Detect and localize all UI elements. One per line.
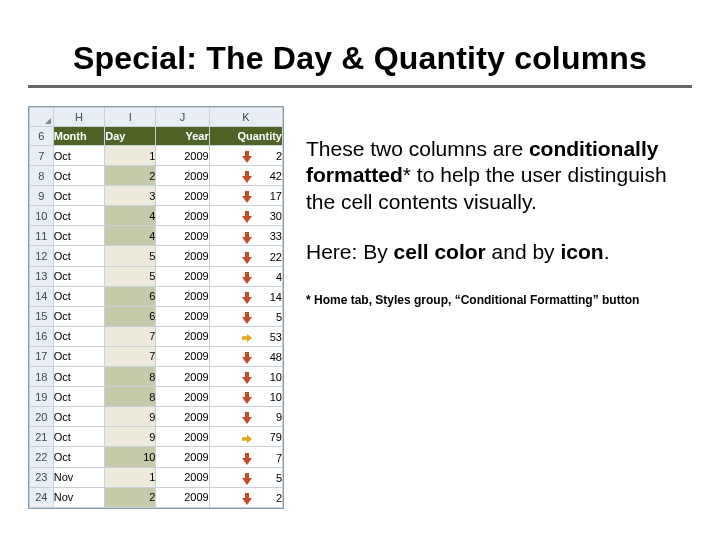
- cell-year[interactable]: 2009: [156, 146, 209, 166]
- row-header[interactable]: 18: [30, 367, 54, 387]
- cell-year[interactable]: 2009: [156, 407, 209, 427]
- row-header[interactable]: 9: [30, 186, 54, 206]
- header-cell-day[interactable]: Day: [105, 127, 156, 146]
- cell-day[interactable]: 5: [105, 246, 156, 266]
- row-header[interactable]: 16: [30, 326, 54, 346]
- row-header[interactable]: 21: [30, 427, 54, 447]
- cell-quantity[interactable]: 17: [209, 186, 282, 206]
- cell-year[interactable]: 2009: [156, 286, 209, 306]
- row-header[interactable]: 22: [30, 447, 54, 467]
- cell-quantity[interactable]: 9: [209, 407, 282, 427]
- cell-year[interactable]: 2009: [156, 467, 209, 487]
- cell-month[interactable]: Oct: [53, 166, 105, 186]
- row-header[interactable]: 17: [30, 346, 54, 366]
- cell-quantity[interactable]: 10: [209, 387, 282, 407]
- cell-month[interactable]: Oct: [53, 286, 105, 306]
- cell-month[interactable]: Oct: [53, 387, 105, 407]
- cell-month[interactable]: Oct: [53, 427, 105, 447]
- cell-day[interactable]: 2: [105, 487, 156, 507]
- cell-year[interactable]: 2009: [156, 306, 209, 326]
- cell-year[interactable]: 2009: [156, 346, 209, 366]
- cell-month[interactable]: Oct: [53, 447, 105, 467]
- cell-day[interactable]: 6: [105, 286, 156, 306]
- cell-month[interactable]: Oct: [53, 407, 105, 427]
- cell-month[interactable]: Oct: [53, 326, 105, 346]
- row-header[interactable]: 6: [30, 127, 54, 146]
- header-cell-year[interactable]: Year: [156, 127, 209, 146]
- cell-year[interactable]: 2009: [156, 226, 209, 246]
- header-cell-qty[interactable]: Quantity: [209, 127, 282, 146]
- row-header[interactable]: 13: [30, 266, 54, 286]
- cell-quantity[interactable]: 33: [209, 226, 282, 246]
- cell-month[interactable]: Oct: [53, 306, 105, 326]
- cell-year[interactable]: 2009: [156, 447, 209, 467]
- cell-quantity[interactable]: 2: [209, 487, 282, 507]
- cell-month[interactable]: Oct: [53, 226, 105, 246]
- cell-day[interactable]: 8: [105, 387, 156, 407]
- cell-quantity[interactable]: 22: [209, 246, 282, 266]
- cell-day[interactable]: 1: [105, 467, 156, 487]
- cell-day[interactable]: 4: [105, 206, 156, 226]
- cell-day[interactable]: 3: [105, 186, 156, 206]
- row-header[interactable]: 20: [30, 407, 54, 427]
- cell-day[interactable]: 9: [105, 407, 156, 427]
- select-all-corner[interactable]: [30, 108, 54, 127]
- cell-quantity[interactable]: 53: [209, 326, 282, 346]
- cell-day[interactable]: 10: [105, 447, 156, 467]
- row-header[interactable]: 14: [30, 286, 54, 306]
- column-header-K[interactable]: K: [209, 108, 282, 127]
- cell-day[interactable]: 2: [105, 166, 156, 186]
- column-header-H[interactable]: H: [53, 108, 105, 127]
- row-header[interactable]: 11: [30, 226, 54, 246]
- row-header[interactable]: 23: [30, 467, 54, 487]
- cell-year[interactable]: 2009: [156, 186, 209, 206]
- cell-month[interactable]: Oct: [53, 266, 105, 286]
- row-header[interactable]: 12: [30, 246, 54, 266]
- cell-quantity[interactable]: 42: [209, 166, 282, 186]
- column-header-I[interactable]: I: [105, 108, 156, 127]
- cell-day[interactable]: 9: [105, 427, 156, 447]
- cell-day[interactable]: 7: [105, 346, 156, 366]
- cell-year[interactable]: 2009: [156, 487, 209, 507]
- cell-quantity[interactable]: 48: [209, 346, 282, 366]
- cell-month[interactable]: Nov: [53, 487, 105, 507]
- cell-quantity[interactable]: 7: [209, 447, 282, 467]
- cell-day[interactable]: 7: [105, 326, 156, 346]
- cell-day[interactable]: 6: [105, 306, 156, 326]
- cell-year[interactable]: 2009: [156, 326, 209, 346]
- cell-month[interactable]: Oct: [53, 146, 105, 166]
- row-header[interactable]: 10: [30, 206, 54, 226]
- cell-quantity[interactable]: 30: [209, 206, 282, 226]
- cell-month[interactable]: Oct: [53, 206, 105, 226]
- cell-year[interactable]: 2009: [156, 166, 209, 186]
- cell-quantity[interactable]: 5: [209, 467, 282, 487]
- cell-month[interactable]: Nov: [53, 467, 105, 487]
- column-header-J[interactable]: J: [156, 108, 209, 127]
- cell-year[interactable]: 2009: [156, 246, 209, 266]
- cell-quantity[interactable]: 10: [209, 367, 282, 387]
- cell-year[interactable]: 2009: [156, 266, 209, 286]
- row-header[interactable]: 19: [30, 387, 54, 407]
- cell-month[interactable]: Oct: [53, 367, 105, 387]
- row-header[interactable]: 24: [30, 487, 54, 507]
- cell-year[interactable]: 2009: [156, 367, 209, 387]
- cell-day[interactable]: 1: [105, 146, 156, 166]
- cell-month[interactable]: Oct: [53, 246, 105, 266]
- cell-quantity[interactable]: 79: [209, 427, 282, 447]
- row-header[interactable]: 7: [30, 146, 54, 166]
- cell-day[interactable]: 4: [105, 226, 156, 246]
- cell-quantity[interactable]: 2: [209, 146, 282, 166]
- cell-month[interactable]: Oct: [53, 186, 105, 206]
- cell-day[interactable]: 5: [105, 266, 156, 286]
- row-header[interactable]: 15: [30, 306, 54, 326]
- cell-quantity[interactable]: 14: [209, 286, 282, 306]
- cell-year[interactable]: 2009: [156, 206, 209, 226]
- cell-quantity[interactable]: 5: [209, 306, 282, 326]
- cell-day[interactable]: 8: [105, 367, 156, 387]
- cell-quantity[interactable]: 4: [209, 266, 282, 286]
- cell-month[interactable]: Oct: [53, 346, 105, 366]
- header-cell-month[interactable]: Month: [53, 127, 105, 146]
- row-header[interactable]: 8: [30, 166, 54, 186]
- cell-year[interactable]: 2009: [156, 387, 209, 407]
- cell-year[interactable]: 2009: [156, 427, 209, 447]
